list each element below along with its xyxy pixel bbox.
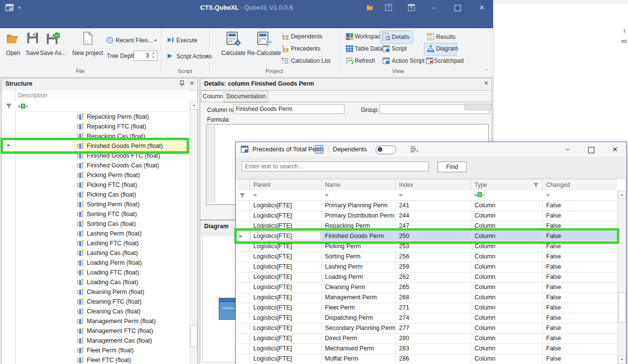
- table-filter-row[interactable]: = = = aBc =: [237, 190, 617, 201]
- script-view-button[interactable]: Script: [392, 45, 407, 52]
- tree-item[interactable]: Sorting Perm (float): [1, 200, 189, 209]
- workspace-button[interactable]: Workspace: [355, 33, 384, 40]
- recalculate-icon[interactable]: [256, 31, 272, 48]
- results-button[interactable]: Results: [436, 34, 456, 40]
- execute-button[interactable]: Execute: [176, 37, 197, 44]
- filter-parent[interactable]: =: [253, 192, 257, 199]
- type-filter-funnel-icon[interactable]: [533, 182, 538, 189]
- recent-files-button[interactable]: Recent Files...: [115, 37, 153, 44]
- tree-item[interactable]: Management FTC (float): [1, 326, 189, 336]
- tree-item[interactable]: Cleaning FTC (float): [1, 297, 189, 307]
- column-header-parent[interactable]: Parent: [253, 182, 270, 188]
- scroll-up-icon[interactable]: ▲: [618, 191, 626, 199]
- table-row[interactable]: Logistics[FTE]Secondary Planning Perm277…: [237, 323, 617, 334]
- tab-column[interactable]: Column: [201, 91, 225, 102]
- tree-item[interactable]: Loading Cas (float): [1, 277, 189, 287]
- table-search-input[interactable]: [242, 162, 429, 171]
- tree-depth-stepper[interactable]: 3 ▲▼: [134, 51, 157, 61]
- filter-index[interactable]: =: [399, 192, 402, 199]
- tree-item[interactable]: Loading Perm (float): [1, 258, 189, 268]
- tree-item[interactable]: Finished Goods Cas (float): [1, 161, 189, 170]
- scroll-up-icon[interactable]: ▲: [190, 101, 198, 109]
- table-row[interactable]: Logistics[FTE]Direct Perm280ColumnFalse: [237, 333, 617, 344]
- table-row[interactable]: Logistics[FTE]Mechanised Perm283ColumnFa…: [237, 344, 617, 354]
- close-icon[interactable]: ✕: [477, 4, 486, 12]
- save-as-button[interactable]: Save As...: [39, 50, 67, 56]
- minimize-icon[interactable]: –: [563, 145, 572, 154]
- table-grid-icon[interactable]: [315, 145, 324, 155]
- calculate-button[interactable]: Calculate: [218, 50, 248, 56]
- new-project-icon[interactable]: [82, 32, 93, 46]
- save-icon[interactable]: [27, 32, 38, 45]
- filter-changed[interactable]: =: [546, 192, 550, 199]
- tree-item[interactable]: Lashing Cas (float): [1, 248, 189, 258]
- table-row[interactable]: Logistics[FTE]Fleet Perm271ColumnFalse: [237, 303, 617, 313]
- precedents-button[interactable]: Precedents: [291, 45, 321, 52]
- minimize-icon[interactable]: –: [430, 4, 438, 12]
- maximize-icon[interactable]: [455, 5, 461, 11]
- table-row[interactable]: Logistics[FTE]Primary Distribution Perm2…: [237, 211, 617, 221]
- calculate-icon[interactable]: [226, 31, 241, 48]
- tab-documentation[interactable]: Documentation: [224, 91, 268, 103]
- structure-scrollbar[interactable]: ▲: [190, 101, 197, 364]
- filter-name[interactable]: =: [325, 192, 328, 199]
- calculation-list-button[interactable]: Calculation List: [291, 57, 330, 64]
- new-project-button[interactable]: New project: [71, 50, 104, 56]
- quick-open-icon[interactable]: [366, 4, 374, 12]
- scroll-down-icon[interactable]: ▼: [618, 356, 626, 364]
- app-icon[interactable]: [5, 3, 15, 13]
- scrollbar-thumb[interactable]: [618, 292, 626, 323]
- abc-filter-icon[interactable]: aBc: [475, 192, 485, 197]
- tree-item[interactable]: Picking Perm (float): [1, 170, 189, 180]
- column-header-changed[interactable]: Changed: [546, 182, 570, 188]
- tree-item[interactable]: Lashing FTC (float): [1, 238, 189, 248]
- table-row[interactable]: Logistics[FTE]Lashing Perm259ColumnFalse: [237, 262, 617, 273]
- precedents-titlebar[interactable]: Precedents of Total Perm Dependents – ✕: [236, 142, 625, 157]
- action-script-button[interactable]: Action Script: [392, 57, 424, 64]
- column-header-type[interactable]: Type: [475, 182, 487, 188]
- table-row[interactable]: Logistics[FTE]Management Perm268ColumnFa…: [237, 292, 617, 303]
- find-button[interactable]: Find: [438, 162, 467, 172]
- tree-item[interactable]: Fleet Perm (float): [1, 346, 189, 355]
- table-row[interactable]: Logistics[FTE]Sorting Perm256ColumnFalse: [237, 252, 617, 262]
- tree-item[interactable]: Sorting Cas (float): [1, 219, 189, 229]
- scratchpad-button[interactable]: Scratchpad: [434, 57, 464, 64]
- close-panel-icon[interactable]: ✕: [484, 80, 489, 87]
- help-icon[interactable]: ?: [384, 4, 392, 12]
- dependents-button[interactable]: Dependents: [291, 33, 323, 40]
- dependents-toggle[interactable]: [376, 146, 396, 154]
- close-panel-icon[interactable]: ✕: [190, 80, 194, 87]
- table-row[interactable]: Logistics[FTE]Cleaning Perm265ColumnFals…: [237, 282, 617, 293]
- tree-item[interactable]: Picking Cas (float): [1, 190, 189, 200]
- table-header-row[interactable]: Parent Name Index Type Changed: [237, 179, 617, 191]
- column-header-index[interactable]: Index: [399, 182, 413, 188]
- tree-item[interactable]: Cleaning Cas (float): [1, 307, 189, 316]
- table-row[interactable]: Logistics[FTE]Moffat Perm286ColumnFalse: [237, 354, 617, 364]
- app-menu-caret-icon[interactable]: ▼: [18, 6, 21, 10]
- refresh-button[interactable]: Refresh: [355, 57, 375, 64]
- tree-item[interactable]: Cleaning Perm (float): [1, 287, 189, 297]
- table-row[interactable]: Logistics[FTE]Loading Perm262ColumnFalse: [237, 272, 617, 283]
- tree-item[interactable]: Fleet FTC (float): [1, 355, 189, 364]
- stepper-arrows-icon[interactable]: ▲▼: [150, 51, 156, 60]
- structure-column-header[interactable]: Description: [1, 90, 189, 102]
- partial-button[interactable]: [464, 104, 492, 110]
- tree-item[interactable]: Repacking FTC (float): [1, 122, 189, 131]
- column-name-input[interactable]: [233, 104, 344, 114]
- close-icon[interactable]: ✕: [610, 145, 619, 154]
- recalculate-button[interactable]: Re-Calculate: [246, 50, 283, 56]
- table-data-button[interactable]: Table Data: [355, 45, 382, 52]
- ribbon-collapse-icon[interactable]: ⌃: [482, 68, 490, 75]
- tree-item[interactable]: Sorting FTC (float): [1, 209, 189, 219]
- tree-item[interactable]: Management Perm (float): [1, 316, 189, 326]
- diagram-node[interactable]: CCGroups: [219, 298, 237, 320]
- table-row[interactable]: Logistics[FTE]Primary Planning Perm241Co…: [237, 200, 617, 211]
- pin-icon[interactable]: [179, 80, 185, 89]
- maximize-icon[interactable]: [588, 147, 594, 153]
- tree-item[interactable]: Loading FTC (float): [1, 268, 189, 277]
- scrollbar-thumb[interactable]: [190, 325, 197, 347]
- tree-item[interactable]: Management Cas (float): [1, 336, 189, 346]
- column-header-name[interactable]: Name: [325, 182, 341, 188]
- export-list-icon[interactable]: [410, 145, 419, 155]
- restore-up-icon[interactable]: [407, 4, 415, 12]
